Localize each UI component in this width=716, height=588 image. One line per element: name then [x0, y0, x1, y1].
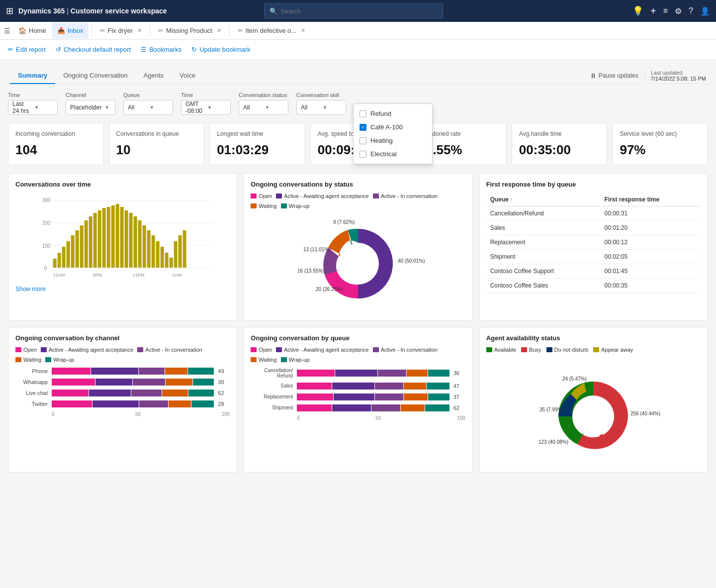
- edit-report-button[interactable]: ✏ Edit report: [8, 46, 46, 53]
- response-time: 00:01:45: [601, 264, 701, 278]
- channel-twitter-row: Twitter 28: [15, 400, 230, 407]
- sub-tab-voice[interactable]: Voice: [172, 68, 203, 84]
- toolbar: ✏ Edit report ↺ Checkout default report …: [0, 40, 716, 60]
- edit-icon-1: ✏: [100, 27, 105, 34]
- first-response-table: Queue ↑ First response time Cancellation…: [486, 193, 701, 293]
- tab-home[interactable]: 🏠 Home: [13, 23, 51, 39]
- svg-text:123 (40.08%): 123 (40.08%): [538, 439, 568, 445]
- svg-rect-9: [58, 253, 61, 268]
- queue-name: Cancellation/Refund: [486, 206, 601, 220]
- add-icon[interactable]: +: [650, 5, 656, 17]
- filter-time: Time Last 24 hrs ▼: [8, 92, 58, 115]
- legend-active-in-conv-color: [373, 194, 379, 198]
- col-first-response[interactable]: First response time: [601, 193, 701, 206]
- legend-active-awaiting: Active - Awaiting agent acceptance: [276, 193, 368, 199]
- col-queue[interactable]: Queue ↑: [486, 193, 601, 206]
- time-filter-caret: ▼: [34, 105, 53, 110]
- skill-option-refund[interactable]: Refund: [354, 107, 432, 120]
- sub-tab-summary[interactable]: Summary: [10, 68, 55, 84]
- svg-text:5PM: 5PM: [93, 273, 102, 278]
- tab-item-defective[interactable]: ✏ Item defective o... ✕: [233, 23, 311, 39]
- update-bookmark-button[interactable]: ↻ Update bookmark: [191, 46, 251, 53]
- queue-axis: 050100: [297, 415, 465, 421]
- legend-channel-awaiting: Active - Awaiting agent acceptance: [41, 347, 133, 353]
- pause-updates-button[interactable]: ⏸ Pause updates: [590, 72, 638, 80]
- settings-icon[interactable]: ⚙: [675, 6, 682, 16]
- svg-rect-27: [138, 220, 142, 268]
- tab-inbox[interactable]: 📥 Inbox: [52, 23, 89, 39]
- legend-available: Available: [486, 347, 516, 353]
- first-response-table-container[interactable]: Queue ↑ First response time Cancellation…: [486, 193, 701, 293]
- kpi-avg-handle-time: Avg.handle time 00:35:00: [512, 123, 608, 165]
- conv-status-filter-select[interactable]: All ▼: [239, 100, 288, 115]
- close-tab-icon-1[interactable]: ✕: [137, 27, 142, 34]
- svg-rect-14: [80, 225, 84, 268]
- svg-rect-37: [183, 230, 186, 268]
- channel-filter-select[interactable]: Placeholder ▼: [66, 100, 115, 115]
- user-icon[interactable]: 👤: [700, 6, 710, 16]
- charts-row-1: Conversations over time 300 200 100 0: [8, 173, 708, 321]
- tab-missing-product[interactable]: ✏ Missing Product ✕: [153, 23, 226, 39]
- time2-filter-select[interactable]: GMT -08:00 ▼: [181, 100, 231, 115]
- conv-skill-filter-select[interactable]: All ▼: [296, 100, 346, 115]
- search-bar[interactable]: 🔍: [264, 3, 443, 18]
- agent-availability-chart: Agent availability status Available Busy…: [479, 327, 708, 473]
- legend-channel-wrapup-color: [45, 357, 51, 362]
- checkout-report-button[interactable]: ↺ Checkout default report: [56, 46, 131, 53]
- tab-fix-dryer[interactable]: ✏ Fix dryer ✕: [95, 23, 147, 39]
- sidebar-toggle-icon[interactable]: ☰: [4, 27, 10, 35]
- svg-rect-11: [67, 241, 70, 268]
- channel-whatsapp-row: Whatsapp 30: [15, 379, 230, 386]
- legend-channel-active-color: [137, 347, 143, 352]
- heating-checkbox[interactable]: [359, 137, 366, 144]
- time2-filter-caret: ▼: [207, 105, 226, 110]
- legend-queue-waiting: Waiting: [251, 357, 276, 363]
- svg-text:300: 300: [42, 197, 51, 203]
- skill-option-cafe[interactable]: ✓ Café A-100: [354, 120, 432, 134]
- update-bookmark-icon: ↻: [191, 46, 197, 53]
- search-input[interactable]: [280, 7, 438, 15]
- sub-tabs-left: Summary Ongoing Conversation Agents Voic…: [10, 68, 203, 83]
- queue-filter-select[interactable]: All ▼: [123, 100, 173, 115]
- sub-tab-ongoing[interactable]: Ongoing Conversation: [55, 68, 135, 84]
- close-tab-icon-2[interactable]: ✕: [217, 27, 221, 34]
- sort-icon[interactable]: ↑: [510, 197, 513, 202]
- channel-livechat-row: Live chat 62: [15, 390, 230, 396]
- legend-channel-awaiting-color: [41, 347, 47, 352]
- table-row: Shipment 00:02:05: [486, 249, 701, 264]
- refund-checkbox[interactable]: [359, 110, 366, 117]
- conversations-over-time-chart: Conversations over time 300 200 100 0: [8, 173, 237, 321]
- skill-option-electrical[interactable]: Electrical: [354, 147, 432, 161]
- show-more-link[interactable]: Show more: [15, 286, 46, 293]
- svg-text:11AM: 11AM: [53, 273, 65, 278]
- menu-icon[interactable]: ≡: [663, 6, 668, 15]
- cafe-checkbox[interactable]: ✓: [359, 124, 366, 131]
- sub-tabs-right: ⏸ Pause updates Last updated 7/14/2022 5…: [590, 70, 706, 82]
- kpi-longest-wait-time: Longest wait time 01:03:29: [209, 123, 305, 165]
- svg-rect-20: [107, 207, 110, 268]
- tab-separator-2: [150, 26, 150, 36]
- svg-rect-25: [129, 213, 133, 268]
- bookmarks-button[interactable]: ☰ Bookmarks: [141, 46, 181, 53]
- help-icon[interactable]: ?: [689, 6, 693, 15]
- electrical-checkbox[interactable]: [359, 151, 366, 158]
- tab-separator-3: [229, 26, 230, 36]
- app-grid-icon[interactable]: ⊞: [6, 5, 13, 16]
- svg-rect-28: [143, 225, 146, 268]
- lightbulb-icon[interactable]: 💡: [632, 5, 643, 16]
- legend-channel-open: Open: [15, 347, 37, 353]
- sub-tab-agents[interactable]: Agents: [136, 68, 172, 84]
- response-time: 00:02:05: [601, 249, 701, 264]
- close-tab-icon-3[interactable]: ✕: [301, 27, 305, 34]
- time-filter-select[interactable]: Last 24 hrs ▼: [8, 100, 58, 115]
- agent-legend: Available Busy Do not disturb Appear awa…: [486, 347, 701, 353]
- ongoing-status-donut: 40 (50.01%) 20 (26.25%) 16 (13.55%) 13 (…: [251, 214, 465, 313]
- svg-text:256 (40.44%): 256 (40.44%): [630, 411, 660, 416]
- legend-queue-active: Active - In conversation: [373, 347, 438, 353]
- legend-dnd: Do not disturb: [546, 347, 588, 353]
- skill-option-heating[interactable]: Heating: [354, 134, 432, 147]
- svg-text:200: 200: [42, 220, 51, 226]
- filter-time2: Time GMT -08:00 ▼: [181, 92, 231, 115]
- legend-appear-away: Appear away: [593, 347, 633, 353]
- conv-status-filter-caret: ▼: [265, 105, 284, 110]
